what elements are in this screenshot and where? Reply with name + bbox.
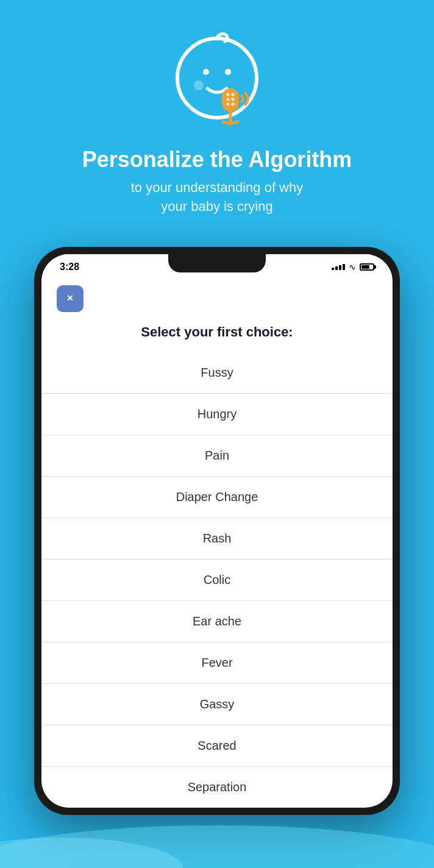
battery-icon [360,263,374,271]
status-time: 3:28 [60,261,79,272]
svg-point-2 [225,69,231,75]
list-item[interactable]: Colic [41,559,393,600]
list-item[interactable]: Rash [41,518,393,559]
svg-point-8 [232,98,235,101]
wifi-icon: ∿ [349,262,356,272]
list-item[interactable]: Fever [41,642,393,683]
list-item[interactable]: Separation [41,766,393,808]
sub-headline: to your understanding of whyyour baby is… [131,179,304,216]
svg-point-3 [194,80,204,90]
app-logo [162,24,272,134]
list-item[interactable]: Scared [41,725,393,766]
svg-point-12 [0,825,434,868]
choice-list: Fussy Hungry Pain Diaper Change Rash Col… [41,352,393,808]
status-icons: ∿ [332,262,374,272]
screen-content: × Select your first choice: Fussy Hungry… [41,276,393,808]
list-item[interactable]: Gassy [41,683,393,725]
list-item[interactable]: Hungry [41,393,393,435]
status-bar: 3:28 ∿ [41,254,393,276]
svg-point-9 [227,103,230,106]
svg-rect-4 [222,88,239,112]
list-item[interactable]: Pain [41,435,393,476]
svg-point-6 [232,93,235,96]
phone-mockup: 3:28 ∿ × Select your first [34,247,400,815]
svg-point-5 [227,93,230,96]
list-item[interactable]: Diaper Change [41,476,393,518]
svg-point-1 [203,69,209,75]
phone-notch [168,254,266,272]
svg-point-13 [0,838,183,868]
signal-icon [332,264,345,270]
screen-title: Select your first choice: [41,318,393,352]
list-item[interactable]: Fussy [41,352,393,393]
svg-point-10 [232,103,235,106]
battery-fill [361,265,369,269]
hero-section: Personalize the Algorithm to your unders… [0,0,434,235]
close-button[interactable]: × [57,285,84,312]
close-icon: × [67,292,74,305]
list-item[interactable]: Ear ache [41,600,393,642]
svg-point-7 [227,98,230,101]
phone-screen: 3:28 ∿ × Select your first [41,254,393,808]
main-headline: Personalize the Algorithm [82,146,352,173]
